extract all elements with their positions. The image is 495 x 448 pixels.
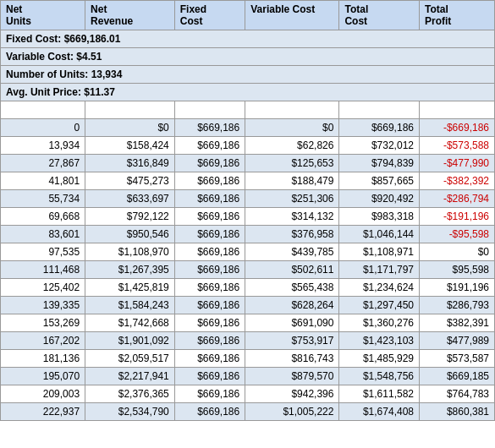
profit-cell: $191,196 bbox=[419, 279, 494, 297]
header-fixed-cost: Fixed Cost bbox=[174, 1, 245, 30]
variable-cost-cell: $565,438 bbox=[245, 279, 339, 297]
revenue-cell: $2,376,365 bbox=[85, 385, 175, 403]
total-cost-cell: $1,171,797 bbox=[339, 261, 420, 279]
profit-cell: $764,783 bbox=[419, 385, 494, 403]
units-cell: 153,269 bbox=[1, 314, 85, 332]
profit-cell: $382,391 bbox=[419, 314, 494, 332]
table-row: 125,402$1,425,819$669,186$565,438$1,234,… bbox=[1, 279, 495, 297]
revenue-cell: $475,273 bbox=[85, 172, 175, 190]
total-cost-cell: $1,611,582 bbox=[339, 385, 420, 403]
spacer-cell bbox=[1, 101, 85, 119]
units-cell: 27,867 bbox=[1, 155, 85, 172]
table-row: 55,734$633,697$669,186$251,306$920,492-$… bbox=[1, 190, 495, 208]
variable-cost-cell: $879,570 bbox=[245, 368, 339, 385]
units-cell: 55,734 bbox=[1, 190, 85, 208]
table-row: 222,937$2,534,790$669,186$1,005,222$1,67… bbox=[1, 403, 495, 421]
fixed-cost-cell: $669,186 bbox=[174, 368, 245, 385]
total-cost-cell: $732,012 bbox=[339, 137, 420, 155]
units-cell: 13,934 bbox=[1, 137, 85, 155]
units-cell: 41,801 bbox=[1, 172, 85, 190]
header-total-profit: Total Profit bbox=[419, 1, 494, 30]
revenue-cell: $316,849 bbox=[85, 155, 175, 172]
header-variable-cost: Variable Cost bbox=[245, 1, 339, 30]
table-row: 111,468$1,267,395$669,186$502,611$1,171,… bbox=[1, 261, 495, 279]
units-cell: 139,335 bbox=[1, 297, 85, 314]
variable-cost-cell: $0 bbox=[245, 119, 339, 137]
profit-cell: -$286,794 bbox=[419, 190, 494, 208]
total-cost-cell: $1,297,450 bbox=[339, 297, 420, 314]
total-cost-cell: $983,318 bbox=[339, 208, 420, 226]
revenue-cell: $633,697 bbox=[85, 190, 175, 208]
profit-cell: $573,587 bbox=[419, 350, 494, 368]
table-row: 41,801$475,273$669,186$188,479$857,665-$… bbox=[1, 172, 495, 190]
spacer-cell bbox=[339, 101, 420, 119]
table-row: 83,601$950,546$669,186$376,958$1,046,144… bbox=[1, 226, 495, 243]
info-cell: Variable Cost: $4.51 bbox=[1, 48, 495, 66]
info-cell: Fixed Cost: $669,186.01 bbox=[1, 30, 495, 48]
main-table: Net Units Net Revenue Fixed Cost Variabl… bbox=[0, 0, 495, 421]
units-cell: 222,937 bbox=[1, 403, 85, 421]
variable-cost-cell: $251,306 bbox=[245, 190, 339, 208]
header-net-units: Net Units bbox=[1, 1, 85, 30]
header-total-cost: Total Cost bbox=[339, 1, 420, 30]
table-row: 139,335$1,584,243$669,186$628,264$1,297,… bbox=[1, 297, 495, 314]
spacer-cell bbox=[245, 101, 339, 119]
fixed-cost-cell: $669,186 bbox=[174, 403, 245, 421]
fixed-cost-cell: $669,186 bbox=[174, 332, 245, 350]
fixed-cost-cell: $669,186 bbox=[174, 350, 245, 368]
total-cost-cell: $1,046,144 bbox=[339, 226, 420, 243]
table-row: 181,136$2,059,517$669,186$816,743$1,485,… bbox=[1, 350, 495, 368]
units-cell: 111,468 bbox=[1, 261, 85, 279]
revenue-cell: $1,584,243 bbox=[85, 297, 175, 314]
fixed-cost-cell: $669,186 bbox=[174, 172, 245, 190]
table-row: 69,668$792,122$669,186$314,132$983,318-$… bbox=[1, 208, 495, 226]
profit-cell: $0 bbox=[419, 243, 494, 261]
table-row: 13,934$158,424$669,186$62,826$732,012-$5… bbox=[1, 137, 495, 155]
variable-cost-cell: $314,132 bbox=[245, 208, 339, 226]
spacer-cell bbox=[174, 101, 245, 119]
units-cell: 83,601 bbox=[1, 226, 85, 243]
revenue-cell: $2,059,517 bbox=[85, 350, 175, 368]
fixed-cost-cell: $669,186 bbox=[174, 297, 245, 314]
variable-cost-cell: $125,653 bbox=[245, 155, 339, 172]
table-row: 27,867$316,849$669,186$125,653$794,839-$… bbox=[1, 155, 495, 172]
table-row: 167,202$1,901,092$669,186$753,917$1,423,… bbox=[1, 332, 495, 350]
revenue-cell: $792,122 bbox=[85, 208, 175, 226]
units-cell: 209,003 bbox=[1, 385, 85, 403]
profit-cell: $860,381 bbox=[419, 403, 494, 421]
fixed-cost-cell: $669,186 bbox=[174, 314, 245, 332]
revenue-cell: $1,267,395 bbox=[85, 261, 175, 279]
fixed-cost-cell: $669,186 bbox=[174, 137, 245, 155]
profit-cell: -$669,186 bbox=[419, 119, 494, 137]
profit-cell: -$191,196 bbox=[419, 208, 494, 226]
revenue-cell: $2,534,790 bbox=[85, 403, 175, 421]
fixed-cost-cell: $669,186 bbox=[174, 190, 245, 208]
variable-cost-cell: $691,090 bbox=[245, 314, 339, 332]
units-cell: 125,402 bbox=[1, 279, 85, 297]
total-cost-cell: $857,665 bbox=[339, 172, 420, 190]
total-cost-cell: $669,186 bbox=[339, 119, 420, 137]
variable-cost-cell: $816,743 bbox=[245, 350, 339, 368]
fixed-cost-cell: $669,186 bbox=[174, 119, 245, 137]
variable-cost-cell: $502,611 bbox=[245, 261, 339, 279]
units-cell: 167,202 bbox=[1, 332, 85, 350]
revenue-cell: $1,742,668 bbox=[85, 314, 175, 332]
spacer-cell bbox=[419, 101, 494, 119]
profit-cell: -$382,392 bbox=[419, 172, 494, 190]
table-row: 153,269$1,742,668$669,186$691,090$1,360,… bbox=[1, 314, 495, 332]
fixed-cost-cell: $669,186 bbox=[174, 261, 245, 279]
header-net-revenue: Net Revenue bbox=[85, 1, 175, 30]
fixed-cost-cell: $669,186 bbox=[174, 226, 245, 243]
table-row: 0$0$669,186$0$669,186-$669,186 bbox=[1, 119, 495, 137]
units-cell: 0 bbox=[1, 119, 85, 137]
total-cost-cell: $794,839 bbox=[339, 155, 420, 172]
profit-cell: $477,989 bbox=[419, 332, 494, 350]
spacer-cell bbox=[85, 101, 175, 119]
variable-cost-cell: $376,958 bbox=[245, 226, 339, 243]
fixed-cost-cell: $669,186 bbox=[174, 155, 245, 172]
info-cell: Number of Units: 13,934 bbox=[1, 66, 495, 84]
total-cost-cell: $1,485,929 bbox=[339, 350, 420, 368]
total-cost-cell: $1,674,408 bbox=[339, 403, 420, 421]
table-row: 209,003$2,376,365$669,186$942,396$1,611,… bbox=[1, 385, 495, 403]
variable-cost-cell: $753,917 bbox=[245, 332, 339, 350]
